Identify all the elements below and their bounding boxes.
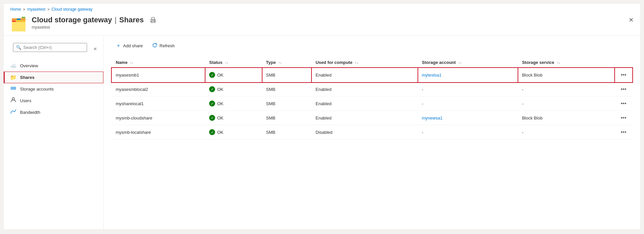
folder-icon: 📁 bbox=[10, 74, 17, 81]
breadcrumb-sep1: > bbox=[23, 7, 25, 11]
storage-icon bbox=[10, 86, 17, 92]
cell-name: myasesmb1 bbox=[112, 68, 205, 82]
more-options-button[interactable]: ••• bbox=[619, 114, 628, 121]
cell-type: SMB bbox=[262, 82, 312, 97]
sidebar-item-users[interactable]: Users bbox=[4, 95, 103, 107]
header-text: Cloud storage gateway | Shares myasetest bbox=[32, 16, 156, 30]
cell-used-for-compute: Enabled bbox=[311, 97, 418, 111]
cell-storage-service: - bbox=[518, 97, 615, 111]
sidebar-item-storage-accounts[interactable]: Storage accounts bbox=[4, 83, 103, 95]
sort-icon-storage-account: ↑↓ bbox=[458, 61, 462, 65]
cell-storage-service: - bbox=[518, 82, 615, 97]
cell-name: mysharelocal1 bbox=[112, 97, 205, 111]
col-header-storage-service[interactable]: Storage service ↑↓ bbox=[518, 57, 615, 68]
col-header-type[interactable]: Type ↑↓ bbox=[262, 57, 312, 68]
status-check-icon: ✓ bbox=[209, 86, 215, 92]
status-text: OK bbox=[217, 73, 223, 78]
refresh-button[interactable]: Refresh bbox=[148, 41, 179, 51]
cell-type: SMB bbox=[262, 111, 312, 125]
cell-type: SMB bbox=[262, 125, 312, 139]
cell-status: ✓OK bbox=[205, 111, 262, 125]
section-name: Shares bbox=[119, 16, 144, 24]
cell-name: mysmb-cloudshare bbox=[112, 111, 205, 125]
cell-used-for-compute: Enabled bbox=[311, 82, 418, 97]
sidebar-item-users-label: Users bbox=[20, 98, 31, 103]
cell-name: mysmb-localshare bbox=[112, 125, 205, 139]
table-row[interactable]: mysmb-cloudshare✓OKSMBEnabledmynewsa1Blo… bbox=[112, 111, 632, 125]
storage-account-dash: - bbox=[422, 87, 423, 92]
col-header-actions bbox=[615, 57, 632, 68]
cell-name: myasesmblocal2 bbox=[112, 82, 205, 97]
users-icon bbox=[10, 97, 17, 104]
status-text: OK bbox=[217, 116, 223, 120]
cell-storage-account[interactable]: mytestsa1 bbox=[418, 68, 518, 82]
more-options-button[interactable]: ••• bbox=[619, 100, 628, 107]
more-options-button[interactable]: ••• bbox=[619, 71, 628, 79]
storage-account-link[interactable]: mynewsa1 bbox=[422, 116, 443, 120]
close-button[interactable]: ✕ bbox=[629, 17, 634, 23]
sidebar-item-shares[interactable]: 📁 Shares bbox=[4, 72, 103, 83]
storage-account-dash: - bbox=[422, 130, 423, 135]
cell-status: ✓OK bbox=[205, 82, 262, 97]
main-container: Home > myasetest > Cloud storage gateway… bbox=[3, 3, 641, 230]
header-folder-icon: 🗂️ bbox=[10, 16, 27, 32]
status-text: OK bbox=[217, 101, 223, 106]
cell-storage-service: - bbox=[518, 125, 615, 139]
sidebar-item-bandwidth[interactable]: Bandwidth bbox=[4, 107, 103, 118]
cell-used-for-compute: Disabled bbox=[311, 125, 418, 139]
collapse-button[interactable]: « bbox=[92, 46, 99, 52]
status-check-icon: ✓ bbox=[209, 115, 215, 121]
status-check-icon: ✓ bbox=[209, 101, 215, 107]
add-icon: ＋ bbox=[116, 42, 121, 49]
col-header-used-for-compute[interactable]: Used for compute ↑↓ bbox=[311, 57, 418, 68]
cell-type: SMB bbox=[262, 97, 312, 111]
storage-account-dash: - bbox=[422, 101, 423, 106]
add-share-button[interactable]: ＋ Add share bbox=[112, 40, 147, 51]
sort-icon-compute: ↑↓ bbox=[355, 61, 358, 65]
svg-rect-1 bbox=[152, 17, 154, 20]
print-icon[interactable] bbox=[150, 17, 156, 23]
cell-used-for-compute: Enabled bbox=[311, 68, 418, 82]
breadcrumb-home[interactable]: Home bbox=[10, 7, 21, 12]
more-options-button[interactable]: ••• bbox=[619, 86, 628, 93]
table-row[interactable]: mysharelocal1✓OKSMBEnabled--••• bbox=[112, 97, 632, 111]
col-header-storage-account[interactable]: Storage account ↑↓ bbox=[418, 57, 518, 68]
col-header-status[interactable]: Status ↑↓ bbox=[205, 57, 262, 68]
cell-more-options: ••• bbox=[615, 82, 632, 97]
refresh-label: Refresh bbox=[159, 43, 175, 48]
cell-more-options: ••• bbox=[615, 125, 632, 139]
sidebar-item-overview[interactable]: ☁️ Overview bbox=[4, 60, 103, 72]
status-text: OK bbox=[217, 130, 223, 135]
breadcrumb-myasetest[interactable]: myasetest bbox=[27, 7, 45, 12]
breadcrumb-sep2: > bbox=[47, 7, 49, 11]
sort-icon-type: ↑↓ bbox=[278, 61, 282, 65]
cell-storage-account: - bbox=[418, 125, 518, 139]
search-input[interactable] bbox=[23, 45, 84, 50]
sidebar-item-overview-label: Overview bbox=[20, 63, 38, 68]
cell-storage-service: Block Blob bbox=[518, 68, 615, 82]
table-row[interactable]: myasesmblocal2✓OKSMBEnabled--••• bbox=[112, 82, 632, 97]
sidebar: 🔍 « ☁️ Overview 📁 Shares bbox=[4, 36, 104, 229]
table-row[interactable]: myasesmb1✓OKSMBEnabledmytestsa1Block Blo… bbox=[112, 68, 632, 82]
table-header-row: Name ↑↓ Status ↑↓ Type ↑↓ Used for compu… bbox=[112, 57, 632, 68]
storage-account-link[interactable]: mytestsa1 bbox=[422, 73, 442, 78]
sidebar-item-shares-label: Shares bbox=[20, 75, 34, 80]
breadcrumb: Home > myasetest > Cloud storage gateway bbox=[4, 4, 640, 14]
bandwidth-icon bbox=[10, 109, 17, 115]
search-icon: 🔍 bbox=[16, 45, 21, 50]
breadcrumb-current: Cloud storage gateway bbox=[52, 7, 93, 12]
toolbar: ＋ Add share Refresh bbox=[112, 40, 632, 51]
col-header-name[interactable]: Name ↑↓ bbox=[112, 57, 205, 68]
body-layout: 🔍 « ☁️ Overview 📁 Shares bbox=[4, 36, 640, 229]
status-check-icon: ✓ bbox=[209, 129, 215, 135]
more-options-button[interactable]: ••• bbox=[619, 128, 628, 136]
table-row[interactable]: mysmb-localshare✓OKSMBDisabled--••• bbox=[112, 125, 632, 139]
cell-more-options: ••• bbox=[615, 111, 632, 125]
cell-storage-account[interactable]: mynewsa1 bbox=[418, 111, 518, 125]
refresh-icon bbox=[152, 43, 157, 49]
shares-table: Name ↑↓ Status ↑↓ Type ↑↓ Used for compu… bbox=[112, 57, 632, 139]
cell-used-for-compute: Enabled bbox=[311, 111, 418, 125]
cloud-icon: ☁️ bbox=[10, 63, 17, 69]
status-check-icon: ✓ bbox=[209, 72, 215, 78]
cell-type: SMB bbox=[262, 68, 312, 82]
